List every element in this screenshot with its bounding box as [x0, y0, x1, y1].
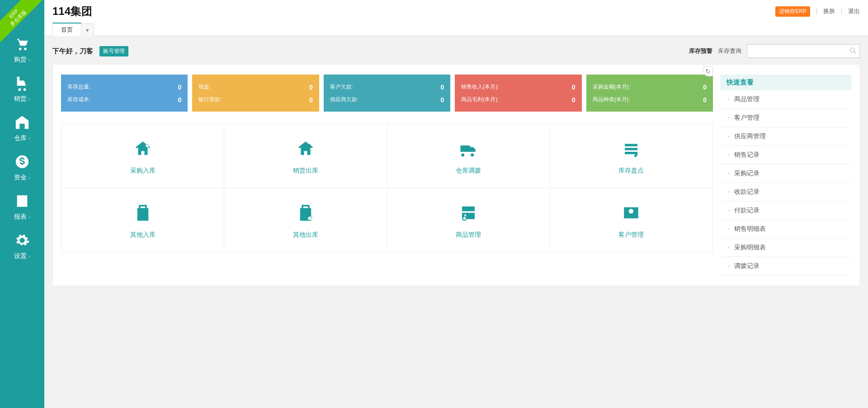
- search-icon[interactable]: [849, 47, 857, 56]
- shortcut-label: 其他出库: [224, 231, 387, 239]
- shortcut-label: 采购入库: [61, 167, 224, 175]
- greeting-text: 下午好，刀客: [52, 47, 93, 56]
- chevron-right-icon: ›: [28, 57, 30, 62]
- stat-value: 0: [572, 84, 576, 91]
- logout-link[interactable]: 退出: [848, 7, 860, 15]
- quick-item-6[interactable]: 付款记录: [720, 202, 851, 220]
- stat-label: 库存总量:: [67, 83, 90, 91]
- stat-label: 现金:: [198, 83, 211, 91]
- money-icon: [0, 154, 44, 171]
- company-name: 114集团: [52, 4, 775, 19]
- quick-item-3[interactable]: 销售记录: [720, 146, 851, 164]
- chevron-right-icon: ›: [28, 215, 30, 220]
- purchase-in-icon: [132, 153, 154, 159]
- stock-search-label: 库存查询: [718, 47, 741, 55]
- shortcut-label: 仓库调拨: [387, 167, 550, 175]
- corner-ribbon: ERP 多仓库版: [0, 0, 45, 45]
- nav-label: 销货: [14, 95, 27, 102]
- other-in-icon: [132, 217, 154, 224]
- product-mgmt-icon: [458, 217, 479, 224]
- chevron-right-icon: ›: [28, 254, 30, 259]
- account-mgmt-button[interactable]: 账号管理: [99, 46, 128, 56]
- shortcut-label: 销货出库: [224, 167, 387, 175]
- stat-value: 0: [309, 84, 313, 91]
- shortcut-other-out[interactable]: 其他出库: [224, 188, 387, 252]
- stat-label: 银行存款:: [198, 96, 222, 103]
- quick-item-5[interactable]: 收款记录: [720, 183, 851, 202]
- svg-point-0: [850, 48, 854, 52]
- stat-card-4[interactable]: 采购金额(本月):0商品种类(本月):0: [586, 75, 713, 112]
- stat-label: 销售收入(本月):: [461, 83, 499, 91]
- nav-label: 仓库: [14, 134, 27, 141]
- stat-card-1[interactable]: 现金:0银行存款:0: [192, 75, 319, 112]
- topbar: 114集团 进销存ERP 换肤 退出: [44, 0, 868, 23]
- quick-item-0[interactable]: 商品管理: [720, 90, 851, 109]
- gear-icon: [0, 233, 44, 249]
- warehouse-icon: [0, 115, 44, 131]
- stat-value: 0: [178, 96, 182, 103]
- erp-badge[interactable]: 进销存ERP: [775, 6, 810, 17]
- tab-dropdown[interactable]: ▾: [81, 23, 94, 36]
- shortcut-other-in[interactable]: 其他入库: [61, 188, 224, 252]
- nav-warehouse[interactable]: 仓库›: [0, 109, 44, 149]
- skin-link[interactable]: 换肤: [823, 7, 835, 15]
- chevron-right-icon: ›: [28, 136, 30, 141]
- nav-label: 报表: [14, 213, 27, 220]
- stat-card-3[interactable]: 销售收入(本月):0商品毛利(本月):0: [455, 75, 581, 112]
- stat-value: 0: [703, 84, 707, 91]
- stock-search-input[interactable]: [747, 44, 860, 58]
- stat-card-0[interactable]: 库存总量:0库存成本:0: [61, 75, 188, 112]
- quick-item-9[interactable]: 调拨记录: [720, 257, 851, 276]
- trolley-icon: [0, 75, 44, 92]
- shortcut-purchase-in[interactable]: 采购入库: [61, 124, 224, 188]
- stat-label: 客户欠款:: [330, 83, 353, 91]
- shortcut-inventory-check[interactable]: 库存盘点: [550, 124, 712, 188]
- stat-label: 供应商欠款:: [330, 96, 359, 103]
- stat-label: 商品种类(本月):: [593, 96, 630, 103]
- quick-item-1[interactable]: 客户管理: [720, 109, 851, 127]
- divider: [816, 8, 817, 14]
- nav-settings[interactable]: 设置›: [0, 227, 44, 267]
- shortcut-label: 商品管理: [387, 231, 550, 239]
- shortcut-label: 其他入库: [61, 231, 224, 239]
- nav-reports[interactable]: 报表›: [0, 188, 44, 227]
- divider: [841, 8, 842, 14]
- tab-bar: 首页 ▾: [44, 23, 868, 36]
- nav-label: 设置: [14, 252, 27, 259]
- nav-label: 购货: [14, 56, 27, 63]
- stat-value: 0: [309, 96, 313, 103]
- quick-item-4[interactable]: 采购记录: [720, 164, 851, 183]
- stat-card-2[interactable]: 客户欠款:0供应商欠款:0: [324, 75, 450, 112]
- report-icon: [0, 193, 44, 210]
- shortcut-product-mgmt[interactable]: 商品管理: [387, 188, 550, 252]
- stat-label: 采购金额(本月):: [593, 83, 630, 91]
- sidebar: 购货› 销货› 仓库› 资金› 报表› 设置›: [0, 0, 44, 408]
- refresh-button[interactable]: ↻: [703, 66, 713, 76]
- tab-home[interactable]: 首页: [52, 23, 81, 36]
- shortcut-customer-mgmt[interactable]: 客户管理: [550, 188, 712, 252]
- stat-value: 0: [703, 96, 707, 103]
- stat-value: 0: [440, 96, 444, 103]
- sales-out-icon: [295, 153, 316, 159]
- shortcut-warehouse-transfer[interactable]: 仓库调拨: [387, 124, 550, 188]
- customer-mgmt-icon: [620, 217, 642, 224]
- inventory-check-icon: [620, 153, 642, 159]
- shortcut-sales-out[interactable]: 销货出库: [224, 124, 387, 188]
- chevron-right-icon: ›: [28, 175, 30, 180]
- shortcut-label: 库存盘点: [550, 167, 712, 175]
- quick-item-8[interactable]: 采购明细表: [720, 239, 851, 257]
- stat-label: 库存成本:: [67, 96, 90, 103]
- quick-item-7[interactable]: 销售明细表: [720, 220, 851, 239]
- shortcut-label: 客户管理: [550, 231, 712, 239]
- stat-value: 0: [440, 84, 444, 91]
- stat-label: 商品毛利(本月):: [461, 96, 499, 103]
- quick-view-title: 快速查看: [720, 75, 851, 90]
- nav-sales[interactable]: 销货›: [0, 70, 44, 109]
- other-out-icon: [295, 217, 316, 224]
- chevron-right-icon: ›: [28, 97, 30, 102]
- warehouse-transfer-icon: [458, 153, 479, 159]
- stock-alert-link[interactable]: 库存预警: [689, 47, 712, 55]
- quick-item-2[interactable]: 供应商管理: [720, 127, 851, 146]
- nav-label: 资金: [14, 174, 27, 181]
- nav-funds[interactable]: 资金›: [0, 149, 44, 188]
